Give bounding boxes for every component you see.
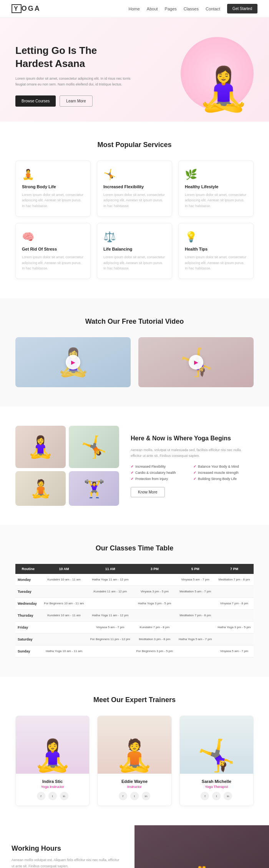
trainers-section: Meet Our Expert Trainers 🧘‍♀️ Indira Sti… [0, 677, 269, 825]
video-section: Watch Our Free Tutorial Video 🧘‍♀️ ▶ 🤸‍♀… [0, 298, 269, 406]
services-grid: 🧘 Strong Body Life Lorem ipsum dolor sit… [15, 161, 254, 279]
hero-body: Lorem ipsum dolor sit amet, consectetur … [15, 76, 134, 88]
trainer-name-1: Eddie Wayne [103, 779, 166, 784]
yoga-begins-desc: Aenean mollis, volutpat ut malesuada sed… [131, 447, 254, 459]
nav-links: Home About Pages Classes Contact Get Sta… [129, 4, 257, 13]
yoga-feature-4: ✓ Protection from injury [131, 477, 191, 481]
nav-classes[interactable]: Classes [184, 7, 199, 11]
browse-courses-button[interactable]: Browse Courses [15, 95, 56, 107]
timetable-day-1: Tuesday [15, 586, 41, 598]
timetable-table: Routine10 AM11 AM3 PM5 PM7 PMMondayKunda… [15, 564, 254, 657]
timetable-day-3: Thursday [15, 610, 41, 622]
video-thumb-1[interactable]: 🧘‍♀️ ▶ [15, 337, 131, 387]
social-icon-1-2[interactable]: in [142, 792, 150, 800]
trainer-card-0: 🧘‍♀️ Indira Stic Yoga Instructor ftin [15, 716, 90, 806]
yoga-feature-3: ✓ Increased muscle strength [193, 471, 254, 475]
nav-pages[interactable]: Pages [165, 7, 177, 11]
service-card-3: 🧠 Get Rid Of Stress Lorem ipsum dolor si… [15, 223, 91, 279]
learn-more-button[interactable]: Learn More [60, 95, 92, 107]
timetable-cell-1-0 [41, 586, 87, 598]
service-icon-1: 🤸 [103, 169, 166, 181]
trainer-img-2: 🤸‍♀️ [180, 716, 253, 774]
social-icon-2-0[interactable]: f [201, 792, 209, 800]
social-icon-0-0[interactable]: f [37, 792, 45, 800]
yoga-begins-section: 🧘‍♀️ 🤸 🧘 🏋️‍♀️ Here & Now is Where Yoga … [0, 406, 269, 525]
trainer-card-2: 🤸‍♀️ Sarah Michelle Yoga Therapist ftin [179, 716, 254, 806]
service-desc-4: Lorem ipsum dolor sit amet, consectetur … [103, 254, 166, 271]
timetable-cell-2-0: For Beginners 10 am - 11 am [41, 598, 87, 610]
yoga-img-4: 🏋️‍♀️ [69, 471, 119, 506]
timetable-cell-3-4 [215, 610, 254, 622]
yoga-features: ✓ Increased Flexibility✓ Balance Your Bo… [131, 465, 254, 481]
timetable-header-0: Routine [15, 564, 41, 574]
timetable-cell-1-3: Meditation 5 am - 7 pm [176, 586, 215, 598]
hero-person-emoji: 🧘‍♀️ [197, 64, 250, 114]
service-icon-0: 🧘 [22, 169, 84, 181]
service-title-1: Increased Flexibility [103, 184, 166, 189]
timetable-cell-6-2: For Beginners 3 pm - 5 pm [133, 646, 176, 657]
service-title-5: Health Tips [185, 247, 247, 251]
timetable-cell-1-4 [215, 586, 254, 598]
service-title-0: Strong Body Life [22, 184, 84, 189]
working-hours-desc: Aenean mollis volutpat est. Aliquam feli… [12, 857, 123, 868]
timetable-cell-5-1: For Beginners 11 pm - 12 pm [87, 634, 133, 646]
service-title-2: Healthy Lifestyle [185, 184, 247, 189]
video-grid: 🧘‍♀️ ▶ 🤸‍♀️ ▶ [15, 337, 254, 387]
trainer-card-1: 🧘 Eddie Wayne Instructor ftin [97, 716, 171, 806]
check-icon: ✓ [131, 477, 134, 481]
timetable-header-1: 10 AM [41, 564, 87, 574]
timetable-title: Our Classes Time Table [15, 544, 254, 552]
working-hours-section: Working Hours Aenean mollis volutpat est… [0, 825, 269, 868]
timetable-cell-4-2: Kundalini 7 pm - 8 pm [133, 622, 176, 634]
timetable-row-4: FridayVinyasa 5 am - 7 pmKundalini 7 pm … [15, 622, 254, 634]
timetable-header-3: 3 PM [133, 564, 176, 574]
social-icon-2-1[interactable]: t [212, 792, 221, 800]
trainer-img-0: 🧘‍♀️ [16, 716, 89, 774]
timetable-cell-0-3: Vinyasa 5 am - 7 pm [176, 574, 215, 586]
service-card-0: 🧘 Strong Body Life Lorem ipsum dolor sit… [15, 161, 91, 217]
check-icon: ✓ [131, 465, 134, 468]
trainer-info-1: Eddie Wayne Instructor ftin [98, 774, 171, 806]
social-icon-1-0[interactable]: f [119, 792, 127, 800]
timetable-cell-6-4: Vinyasa 5 am - 7 pm [215, 646, 254, 657]
nav-contact[interactable]: Contact [206, 7, 220, 11]
timetable-cell-4-1: Vinyasa 5 am - 7 pm [87, 622, 133, 634]
hero-text: Letting Go Is The Hardest Asana Lorem ip… [15, 44, 134, 106]
check-icon: ✓ [193, 465, 196, 468]
service-title-3: Get Rid Of Stress [22, 247, 84, 251]
social-icon-2-2[interactable]: in [224, 792, 232, 800]
working-hours-image: 🙏 [134, 825, 269, 868]
trainer-role-0: Yoga Instructor [21, 785, 84, 789]
hero-image: 🧘‍♀️ [169, 37, 254, 114]
trainer-socials-1: ftin [103, 792, 166, 800]
trainer-img-1: 🧘 [98, 716, 171, 774]
navbar: YOGA Home About Pages Classes Contact Ge… [0, 0, 269, 18]
service-title-4: Life Balancing [103, 247, 166, 251]
nav-about[interactable]: About [147, 7, 158, 11]
trainer-name-0: Indira Stic [21, 779, 84, 784]
timetable-row-2: WednesdayFor Beginners 10 am - 11 amHath… [15, 598, 254, 610]
timetable-cell-5-3: Hatha Yoga 5 am - 7 pm [176, 634, 215, 646]
nav-home[interactable]: Home [129, 7, 140, 11]
trainer-socials-0: ftin [21, 792, 84, 800]
check-icon: ✓ [193, 471, 196, 475]
working-hours-text: Working Hours Aenean mollis volutpat est… [0, 825, 134, 868]
timetable-cell-0-4: Meditation 7 pm - 8 pm [215, 574, 254, 586]
timetable-row-5: SaturdayFor Beginners 11 pm - 12 pmMedit… [15, 634, 254, 646]
social-icon-0-1[interactable]: t [48, 792, 57, 800]
timetable-header-2: 11 AM [87, 564, 133, 574]
service-desc-3: Lorem ipsum dolor sit amet, consectetur … [22, 254, 84, 271]
know-more-button[interactable]: Know More [131, 487, 165, 497]
get-started-button[interactable]: Get Started [227, 4, 257, 13]
trainers-title: Meet Our Expert Trainers [15, 696, 254, 704]
timetable-cell-1-2: Vinyasa 3 pm - 5 pm [133, 586, 176, 598]
timetable-day-4: Friday [15, 622, 41, 634]
social-icon-0-2[interactable]: in [60, 792, 68, 800]
timetable-section: Our Classes Time Table Routine10 AM11 AM… [0, 525, 269, 677]
video-thumb-2[interactable]: 🤸‍♀️ ▶ [138, 337, 254, 387]
timetable-row-1: TuesdayKundalini 11 am - 12 pmVinyasa 3 … [15, 586, 254, 598]
service-desc-1: Lorem ipsum dolor sit amet, consectetur … [103, 192, 166, 209]
timetable-cell-5-4 [215, 634, 254, 646]
check-icon: ✓ [193, 477, 196, 481]
social-icon-1-1[interactable]: t [130, 792, 139, 800]
